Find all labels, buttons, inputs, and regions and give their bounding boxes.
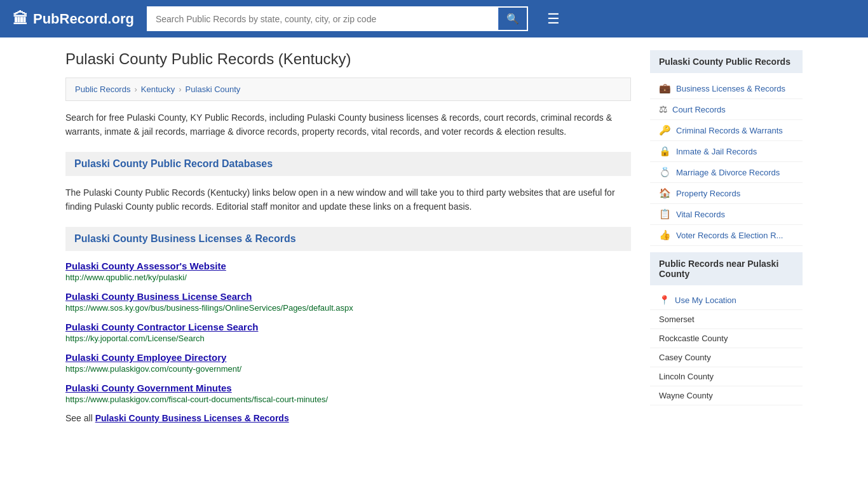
main-container: Pulaski County Public Records (Kentucky)…	[53, 37, 815, 436]
sidebar-record-item[interactable]: 👍Voter Records & Election R...	[650, 225, 803, 246]
sidebar-item-label: Marriage & Divorce Records	[676, 168, 780, 177]
record-url[interactable]: https://www.sos.ky.gov/bus/business-fili…	[65, 303, 631, 313]
breadcrumb-link-pulaski[interactable]: Pulaski County	[186, 85, 241, 94]
sidebar-nearby-title: Public Records near Pulaski County	[650, 252, 803, 285]
sidebar-nearby-items: 📍Use My LocationSomersetRockcastle Count…	[650, 290, 803, 405]
sidebar-item-icon: 👍	[659, 229, 671, 241]
record-url[interactable]: https://ky.joportal.com/License/Search	[65, 334, 631, 343]
record-entry: Pulaski County Assessor's Website http:/…	[65, 261, 631, 282]
search-button[interactable]: 🔍	[498, 8, 527, 30]
pin-icon: 📍	[659, 295, 670, 305]
sidebar-record-item[interactable]: ⚖Court Records	[650, 99, 803, 120]
breadcrumb: Public Records › Kentucky › Pulaski Coun…	[65, 78, 631, 101]
sidebar-item-label: Criminal Records & Warrants	[676, 126, 783, 135]
record-title[interactable]: Pulaski County Business License Search	[65, 291, 252, 302]
records-list: Pulaski County Assessor's Website http:/…	[65, 261, 631, 404]
sidebar-item-icon: 🔒	[659, 146, 671, 157]
sidebar-records-title: Pulaski County Public Records	[650, 50, 803, 73]
breadcrumb-sep-1: ›	[134, 85, 137, 94]
sidebar-item-label: Inmate & Jail Records	[676, 147, 757, 156]
breadcrumb-link-kentucky[interactable]: Kentucky	[141, 85, 175, 94]
sidebar-item-label: Voter Records & Election R...	[676, 231, 783, 240]
sidebar-record-item[interactable]: 🔑Criminal Records & Warrants	[650, 120, 803, 141]
business-section-header: Pulaski County Business Licenses & Recor…	[65, 227, 631, 251]
breadcrumb-sep-2: ›	[179, 85, 181, 94]
sidebar-nearby-item[interactable]: 📍Use My Location	[650, 290, 803, 310]
see-all-link[interactable]: Pulaski County Business Licenses & Recor…	[95, 413, 289, 423]
sidebar: Pulaski County Public Records 💼Business …	[650, 50, 803, 423]
breadcrumb-link-public-records[interactable]: Public Records	[75, 85, 130, 94]
search-container: 🔍	[147, 6, 528, 31]
nearby-item-label: Casey County	[659, 353, 711, 362]
sidebar-item-label: Business Licenses & Records	[676, 84, 785, 93]
sidebar-record-items: 💼Business Licenses & Records⚖Court Recor…	[650, 78, 803, 246]
page-title: Pulaski County Public Records (Kentucky)	[65, 50, 631, 68]
sidebar-record-item[interactable]: 💼Business Licenses & Records	[650, 78, 803, 99]
sidebar-nearby-item[interactable]: Somerset	[650, 310, 803, 329]
sidebar-item-icon: 💼	[659, 83, 671, 94]
site-header: 🏛 PubRecord.org 🔍 ☰	[0, 0, 868, 37]
sidebar-item-label: Property Records	[676, 189, 740, 198]
sidebar-nearby-item[interactable]: Casey County	[650, 348, 803, 367]
nearby-item-label: Lincoln County	[659, 372, 714, 381]
logo-icon: 🏛	[13, 10, 28, 28]
record-entry: Pulaski County Business License Search h…	[65, 291, 631, 313]
sidebar-item-icon: 🏠	[659, 187, 671, 199]
nearby-item-label: Use My Location	[675, 295, 736, 305]
sidebar-nearby-item[interactable]: Rockcastle County	[650, 329, 803, 348]
record-entry: Pulaski County Contractor License Search…	[65, 322, 631, 343]
sidebar-item-icon: ⚖	[659, 104, 667, 115]
content-area: Pulaski County Public Records (Kentucky)…	[65, 50, 631, 423]
logo-text: PubRecord.org	[33, 11, 134, 27]
record-entry: Pulaski County Government Minutes https:…	[65, 383, 631, 404]
nearby-item-label: Wayne County	[659, 391, 713, 400]
sidebar-nearby-item[interactable]: Wayne County	[650, 386, 803, 405]
sidebar-nearby-item[interactable]: Lincoln County	[650, 367, 803, 386]
record-title[interactable]: Pulaski County Assessor's Website	[65, 261, 226, 271]
sidebar-item-label: Vital Records	[676, 210, 725, 219]
record-url[interactable]: http://www.qpublic.net/ky/pulaski/	[65, 273, 631, 282]
nearby-item-label: Somerset	[659, 315, 695, 324]
sidebar-item-label: Court Records	[672, 105, 726, 114]
databases-intro: The Pulaski County Public Records (Kentu…	[65, 186, 631, 214]
sidebar-record-item[interactable]: 💍Marriage & Divorce Records	[650, 162, 803, 183]
record-url[interactable]: https://www.pulaskigov.com/fiscal-court-…	[65, 395, 631, 404]
menu-icon[interactable]: ☰	[547, 11, 560, 27]
sidebar-record-item[interactable]: 📋Vital Records	[650, 204, 803, 225]
databases-section-header: Pulaski County Public Record Databases	[65, 152, 631, 176]
see-all-text: See all Pulaski County Business Licenses…	[65, 413, 631, 423]
record-title[interactable]: Pulaski County Employee Directory	[65, 352, 226, 363]
record-entry: Pulaski County Employee Directory https:…	[65, 352, 631, 374]
sidebar-record-item[interactable]: 🏠Property Records	[650, 183, 803, 204]
record-title[interactable]: Pulaski County Contractor License Search	[65, 322, 258, 332]
page-description: Search for free Pulaski County, KY Publi…	[65, 111, 631, 139]
sidebar-item-icon: 🔑	[659, 125, 671, 136]
nearby-item-label: Rockcastle County	[659, 334, 728, 343]
record-title[interactable]: Pulaski County Government Minutes	[65, 383, 232, 393]
sidebar-record-item[interactable]: 🔒Inmate & Jail Records	[650, 141, 803, 162]
search-icon: 🔍	[506, 13, 519, 24]
sidebar-item-icon: 💍	[659, 166, 671, 178]
site-logo[interactable]: 🏛 PubRecord.org	[13, 10, 134, 28]
sidebar-item-icon: 📋	[659, 208, 671, 220]
record-url[interactable]: https://www.pulaskigov.com/county-govern…	[65, 364, 631, 374]
search-input[interactable]	[148, 8, 498, 30]
